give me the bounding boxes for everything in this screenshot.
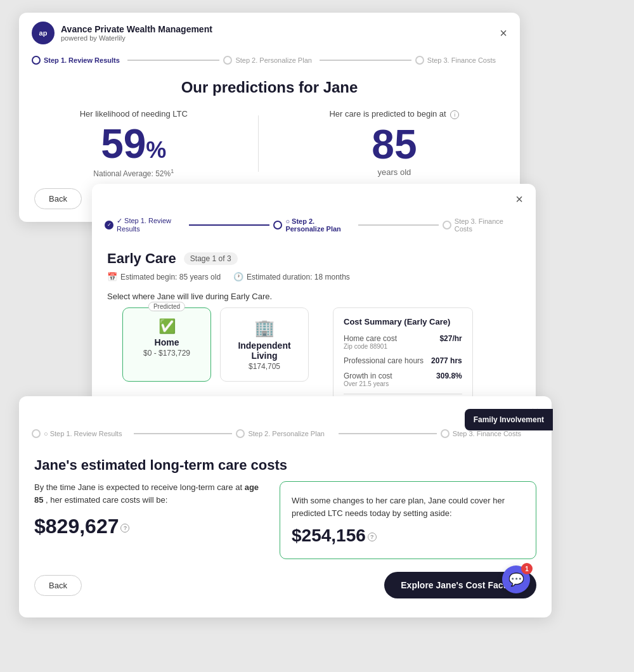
finance-description: By the time Jane is expected to receive … bbox=[34, 481, 267, 506]
step-3: Step 3. Finance Costs bbox=[415, 56, 507, 65]
cost-summary-title: Cost Summary (Early Care) bbox=[344, 317, 462, 326]
stepper-personalize: ✓ ✓ Step 1. Review Results ○ ○ Step 2. P… bbox=[92, 212, 536, 240]
step-2: Step 2. Personalize Plan bbox=[223, 56, 315, 65]
close-button-personalize[interactable]: × bbox=[515, 193, 523, 205]
likelihood-avg: National Average: 52%1 bbox=[80, 168, 188, 178]
finance-right-info-icon[interactable]: ? bbox=[368, 533, 377, 541]
f-step-2-label: Step 2. Personalize Plan bbox=[248, 430, 324, 437]
p-step-2-circle: ○ bbox=[273, 221, 282, 229]
care-begin-label: Her care is predicted to begin at i bbox=[329, 109, 459, 119]
calendar-icon: 📅 bbox=[107, 272, 117, 281]
building-icon: 🏢 bbox=[233, 318, 295, 338]
finance-right-description: With some changes to her care plan, Jane… bbox=[292, 494, 524, 519]
care-meta-begin-text: Estimated begin: 85 years old bbox=[120, 273, 221, 281]
f-step-2: Step 2. Personalize Plan bbox=[236, 429, 334, 438]
avg-sup: 1 bbox=[171, 168, 174, 174]
clock-icon: 🕐 bbox=[233, 272, 243, 281]
step-2-label: Step 2. Personalize Plan bbox=[235, 56, 311, 64]
family-involvement-tab[interactable]: Family Involvement bbox=[465, 409, 553, 430]
finance-card: × ○ Step 1. Review Results Step 2. Perso… bbox=[19, 396, 552, 617]
p-step-3-label: Step 3. Finance Costs bbox=[455, 217, 523, 233]
care-options-row: Predicted ✅ Home $0 - $173,729 🏢 Indepen… bbox=[107, 307, 324, 382]
back-button-finance[interactable]: Back bbox=[34, 575, 82, 596]
predictions-grid: Her likelihood of needing LTC 59% Nation… bbox=[19, 109, 520, 178]
finance-title: Jane's estimated long-term care costs bbox=[19, 446, 552, 481]
chat-button[interactable]: 💬 1 bbox=[502, 565, 530, 593]
finance-right-box: With some changes to her care plan, Jane… bbox=[280, 481, 536, 559]
divider bbox=[258, 115, 259, 172]
personalize-header: × bbox=[92, 184, 536, 212]
care-option-independent[interactable]: 🏢 Independent Living $174,705 bbox=[220, 307, 309, 382]
p-step-2-label: ○ Step 2. Personalize Plan bbox=[285, 217, 354, 233]
f-step-line-1 bbox=[134, 433, 232, 434]
care-begin-unit: years old bbox=[329, 167, 459, 177]
cost-row-0-label: Home care cost Zip code 88901 bbox=[344, 334, 397, 350]
p-step-1: ✓ ✓ Step 1. Review Results bbox=[105, 217, 185, 233]
f-step-1-circle bbox=[32, 429, 41, 438]
f-step-3-label: Step 3. Finance Costs bbox=[453, 430, 521, 437]
cost-row-2-value: 309.8% bbox=[436, 372, 462, 387]
p-step-1-circle: ✓ bbox=[105, 221, 113, 229]
cost-row-1-value: 2077 hrs bbox=[431, 356, 462, 365]
care-meta: 📅 Estimated begin: 85 years old 🕐 Estima… bbox=[92, 269, 536, 284]
home-option-name: Home bbox=[136, 337, 198, 347]
p-step-line-2 bbox=[358, 224, 439, 226]
finance-footer: Back Explore Jane's Cost Factors bbox=[19, 559, 552, 598]
finance-desc-1: By the time Jane is expected to receive … bbox=[34, 482, 242, 492]
brand-info: Avance Private Wealth Management powered… bbox=[61, 24, 500, 42]
chat-icon: 💬 bbox=[508, 572, 524, 587]
care-begin-value: 85 bbox=[329, 124, 459, 165]
info-icon[interactable]: i bbox=[450, 110, 459, 119]
finance-right-amount-value: $254,156 bbox=[292, 526, 366, 545]
avg-text: National Average: 52% bbox=[93, 169, 171, 178]
care-title-row: Early Care Stage 1 of 3 bbox=[92, 240, 536, 269]
care-begin-block: Her care is predicted to begin at i 85 y… bbox=[329, 109, 459, 178]
f-step-line-2 bbox=[339, 433, 437, 434]
close-button[interactable]: × bbox=[500, 27, 507, 39]
cost-row-0: Home care cost Zip code 88901 $27/hr bbox=[344, 334, 462, 350]
step-line-1 bbox=[127, 60, 219, 61]
cost-row-0-label-main: Home care cost bbox=[344, 334, 397, 343]
predictions-title: Our predictions for Jane bbox=[19, 79, 520, 96]
finance-right-amount: $254,156? bbox=[292, 526, 524, 546]
p-step-2: ○ ○ Step 2. Personalize Plan bbox=[273, 217, 354, 233]
f-step-1-label: ○ Step 1. Review Results bbox=[44, 430, 122, 437]
stepper-predictions: ○ Step 1. Review Results Step 2. Persona… bbox=[19, 51, 520, 72]
p-step-1-label: ✓ Step 1. Review Results bbox=[117, 217, 185, 233]
cost-row-0-value: $27/hr bbox=[439, 334, 462, 350]
step-1: ○ Step 1. Review Results bbox=[32, 56, 124, 65]
finance-info-icon[interactable]: ? bbox=[120, 524, 129, 533]
finance-total-amount: $829,627? bbox=[34, 515, 267, 538]
step-1-label: Step 1. Review Results bbox=[44, 56, 120, 64]
care-option-home[interactable]: Predicted ✅ Home $0 - $173,729 bbox=[122, 307, 211, 382]
stage-badge: Stage 1 of 3 bbox=[184, 252, 238, 265]
cost-row-0-sub: Zip code 88901 bbox=[344, 343, 397, 350]
p-step-line-1 bbox=[189, 224, 269, 226]
finance-amount-value: $829,627 bbox=[34, 515, 119, 538]
likelihood-block: Her likelihood of needing LTC 59% Nation… bbox=[80, 109, 188, 178]
f-step-1: ○ Step 1. Review Results bbox=[32, 429, 130, 438]
finance-grid: By the time Jane is expected to receive … bbox=[19, 481, 552, 559]
step-2-circle bbox=[223, 56, 232, 65]
independent-option-name: Independent Living bbox=[233, 340, 295, 361]
home-check-icon: ✅ bbox=[136, 318, 198, 335]
p-step-3-circle bbox=[443, 221, 451, 229]
step-3-circle bbox=[415, 56, 424, 65]
f-step-3: Step 3. Finance Costs bbox=[441, 429, 539, 438]
f-step-2-circle bbox=[236, 429, 245, 438]
cost-row-1-label: Professional care hours bbox=[344, 356, 424, 365]
cost-row-1-label-main: Professional care hours bbox=[344, 356, 424, 365]
p-step-3: Step 3. Finance Costs bbox=[443, 217, 523, 233]
finance-left: By the time Jane is expected to receive … bbox=[34, 481, 267, 538]
predicted-badge: Predicted bbox=[148, 302, 185, 311]
likelihood-label: Her likelihood of needing LTC bbox=[80, 109, 188, 119]
care-meta-begin: 📅 Estimated begin: 85 years old bbox=[107, 272, 221, 281]
cost-row-2-label-main: Growth in cost bbox=[344, 372, 392, 380]
cost-row-2: Growth in cost Over 21.5 years 309.8% bbox=[344, 372, 462, 387]
cost-row-2-sub: Over 21.5 years bbox=[344, 380, 392, 387]
chat-badge: 1 bbox=[521, 563, 533, 574]
brand-powered-by: powered by Waterlily bbox=[61, 34, 500, 42]
f-step-3-circle bbox=[441, 429, 450, 438]
cost-row-1: Professional care hours 2077 hrs bbox=[344, 356, 462, 365]
back-button-predictions[interactable]: Back bbox=[34, 188, 82, 209]
